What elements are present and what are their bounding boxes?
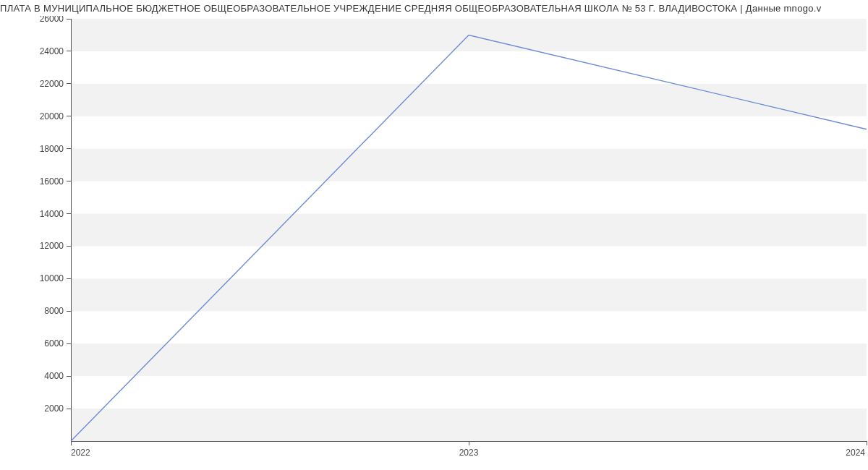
- y-tick-label: 24000: [40, 46, 64, 56]
- y-tick-label: 6000: [44, 338, 64, 349]
- chart-area: 2000400060008000100001200014000160001800…: [0, 16, 868, 470]
- y-tick-label: 18000: [40, 144, 64, 154]
- y-tick-label: 8000: [44, 306, 64, 316]
- svg-rect-2: [71, 149, 867, 181]
- y-tick-label: 16000: [40, 176, 64, 187]
- x-tick-label: 2024: [846, 448, 865, 458]
- y-tick-label: 4000: [44, 371, 64, 381]
- y-tick-label: 12000: [40, 241, 64, 251]
- y-tick-label: 14000: [40, 209, 64, 219]
- y-tick-label: 10000: [40, 273, 64, 283]
- y-tick-label: 26000: [40, 16, 64, 24]
- chart-svg: 2000400060008000100001200014000160001800…: [0, 16, 868, 470]
- y-tick-label: 2000: [44, 403, 64, 414]
- svg-rect-1: [71, 84, 867, 116]
- y-tick-label: 20000: [40, 111, 64, 121]
- svg-rect-5: [71, 343, 867, 376]
- svg-rect-4: [71, 278, 867, 311]
- svg-rect-3: [71, 214, 867, 247]
- x-tick-label: 2022: [71, 448, 90, 458]
- x-tick-label: 2023: [459, 448, 479, 458]
- y-tick-label: 22000: [40, 79, 64, 89]
- svg-rect-6: [71, 409, 867, 441]
